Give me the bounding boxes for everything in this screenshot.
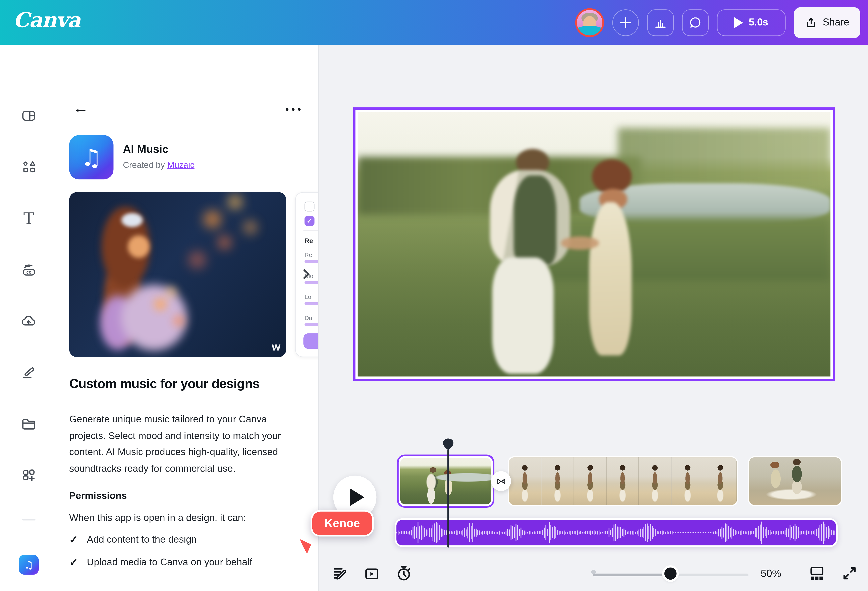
headphones <box>113 207 152 233</box>
clip2-frame <box>704 457 737 505</box>
clip2-frame <box>607 457 639 505</box>
girl-face <box>121 229 156 265</box>
cloud-upload-icon <box>21 313 37 329</box>
dot-icon <box>298 108 301 111</box>
clip1-thumbnail <box>400 458 491 504</box>
sidebar-item-design[interactable] <box>17 103 41 128</box>
mini-heading: Re <box>304 237 313 245</box>
fullscreen-button[interactable] <box>841 565 858 581</box>
clip2-frame <box>672 457 704 505</box>
canva-editor: Canva 5.0s <box>0 0 868 591</box>
mini-purple-button <box>303 333 319 349</box>
permissions-intro: When this app is open in a design, it ca… <box>69 512 246 524</box>
man-pants <box>492 257 554 374</box>
dot-icon <box>292 108 294 111</box>
audio-waveform-svg <box>396 520 836 545</box>
sidebar-item-projects[interactable] <box>17 412 41 436</box>
audio-track[interactable] <box>395 518 837 547</box>
brand-icon: co <box>21 262 37 279</box>
design-icon <box>21 107 37 124</box>
rail-divider <box>22 519 35 520</box>
insights-button[interactable] <box>647 9 674 36</box>
timeline-clip-1-selected[interactable] <box>397 455 494 508</box>
man-vest <box>514 176 556 265</box>
share-upload-icon <box>805 16 817 28</box>
music-note-icon: ♫ <box>24 558 34 571</box>
mini-slider <box>304 260 319 263</box>
comment-bubble-icon <box>688 15 703 30</box>
transition-bowtie-icon <box>496 476 506 486</box>
top-bar: Canva 5.0s <box>0 0 868 45</box>
clip2-frame <box>574 457 607 505</box>
add-button[interactable] <box>612 9 639 36</box>
comments-button[interactable] <box>682 9 709 36</box>
mini-slider <box>304 302 319 305</box>
video-player-icon <box>364 566 380 582</box>
zoom-slider-fill <box>593 573 670 576</box>
mini-row-label: Lo <box>304 294 311 300</box>
app-menu-button[interactable] <box>286 108 301 111</box>
dot-icon <box>286 108 288 111</box>
sidebar-item-elements[interactable] <box>17 155 41 179</box>
collaborator-label: Kenoe <box>310 510 374 536</box>
bokeh-on-shirt <box>134 272 208 354</box>
notes-button[interactable] <box>332 566 348 582</box>
music-note-icon: ♫ <box>81 144 102 171</box>
duration-label: 5.0s <box>749 17 768 28</box>
permission-item: ✓ Upload media to Canva on your behalf <box>69 557 252 569</box>
canva-logo[interactable]: Canva <box>13 8 80 32</box>
check-icon: ✓ <box>69 557 78 569</box>
mini-checkbox-empty <box>304 202 314 211</box>
timeline-clip-3[interactable] <box>749 457 841 505</box>
play-icon <box>350 488 364 506</box>
text-icon: T <box>24 211 34 227</box>
apps-grid-icon <box>21 467 37 484</box>
svg-text:co: co <box>27 270 31 275</box>
app-byline: Created by Muzaic <box>123 160 194 170</box>
share-button[interactable]: Share <box>794 7 861 38</box>
ai-music-app-icon: ♫ <box>69 135 114 179</box>
grid-view-icon <box>808 565 825 582</box>
present-video-button[interactable] <box>364 566 380 582</box>
sidebar-item-apps[interactable] <box>17 463 41 488</box>
permission-text: Upload media to Canva on your behalf <box>87 557 252 568</box>
playhead-line[interactable] <box>447 449 449 547</box>
permission-item: ✓ Add content to the design <box>69 534 197 547</box>
sidebar-item-text[interactable]: T <box>17 207 41 231</box>
add-transition-button[interactable] <box>491 471 511 491</box>
clip2-frame <box>509 457 542 505</box>
selected-video-frame[interactable] <box>353 107 835 381</box>
duration-button[interactable] <box>395 565 412 582</box>
app-description: Generate unique music tailored to your C… <box>69 411 297 477</box>
play-duration-button[interactable]: 5.0s <box>717 9 785 36</box>
app-title: AI Music <box>123 143 168 155</box>
design-canvas-area: 50% <box>319 45 868 591</box>
app-preview-image[interactable]: W <box>69 192 286 357</box>
held-hands <box>561 236 599 250</box>
grid-view-button[interactable] <box>808 565 825 582</box>
check-icon: ✓ <box>69 534 78 547</box>
zoom-level: 50% <box>760 567 781 580</box>
woman-dress <box>589 202 632 355</box>
carousel-next-button[interactable] <box>299 266 313 282</box>
sidebar-item-uploads[interactable] <box>17 309 41 333</box>
chevron-right-icon <box>299 266 313 282</box>
timeline-clip-2[interactable] <box>509 457 737 505</box>
sidebar-item-brand[interactable]: co <box>17 258 41 282</box>
back-button[interactable]: ← <box>73 100 89 116</box>
video-art <box>358 112 830 377</box>
mini-row-label: Re <box>304 251 312 258</box>
muzaic-link[interactable]: Muzaic <box>167 160 194 170</box>
playhead-marker[interactable] <box>443 439 453 450</box>
sidebar-item-ai-music-app[interactable]: ♫ <box>19 555 39 575</box>
avatar[interactable] <box>575 8 604 37</box>
zoom-slider-knob[interactable] <box>664 567 677 580</box>
bar-chart-icon <box>653 15 668 30</box>
far-trees <box>618 128 830 186</box>
collaborator-name: Kenoe <box>325 517 360 530</box>
permission-text: Add content to the design <box>87 534 197 545</box>
elements-shapes-icon <box>21 159 37 176</box>
app-heading: Custom music for your designs <box>69 377 260 391</box>
notes-pencil-icon <box>332 566 348 582</box>
sidebar-item-draw[interactable] <box>17 361 41 385</box>
